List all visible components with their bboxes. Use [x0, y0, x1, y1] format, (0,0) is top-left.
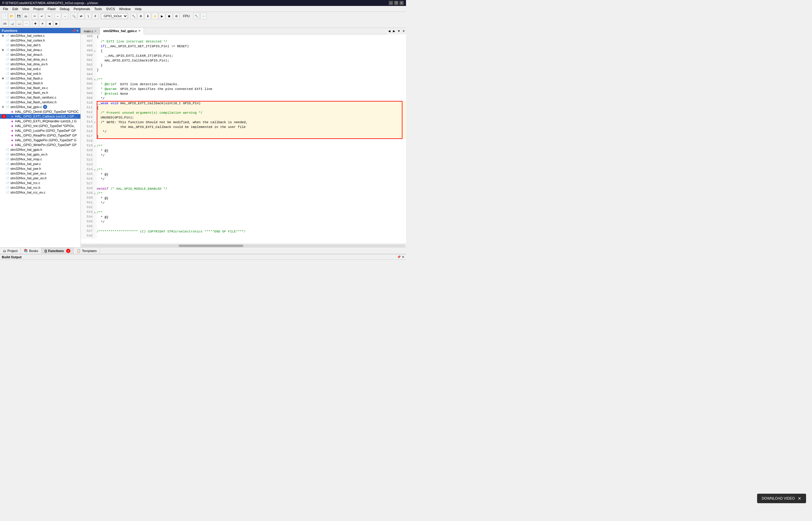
- tab-main-c-close[interactable]: ✕: [94, 30, 97, 33]
- code-content-523[interactable]: [97, 163, 406, 167]
- code-content-516[interactable]: */: [97, 130, 406, 134]
- tb-stop[interactable]: ⏹: [166, 13, 172, 19]
- tb-find[interactable]: 🔍: [71, 13, 77, 19]
- tb-cmd[interactable]: #: [92, 13, 98, 19]
- code-content-515[interactable]: the HAL_GPIO_EXTI_Callback could be impl…: [97, 125, 406, 130]
- code-content-525[interactable]: * @}: [97, 172, 406, 177]
- code-content-501[interactable]: HAL_GPIO_EXTI_Callback(GPIO_Pin);: [97, 58, 406, 63]
- tb-flash[interactable]: ⚡: [152, 13, 158, 19]
- tb-save[interactable]: 💾: [16, 13, 22, 19]
- tree-item-stm32f4xx_hal_def_h[interactable]: 📄 stm32f4xx_hal_def.h: [0, 43, 80, 47]
- menu-debug[interactable]: Debug: [58, 6, 71, 11]
- tree-item-stm32f4xx_hal_dma_h[interactable]: 📄 stm32f4xx_hal_dma.h: [0, 52, 80, 57]
- tb-insert[interactable]: ✚: [32, 20, 39, 27]
- tree-item-stm32f4xx_hal_exti_h[interactable]: 📄 stm32f4xx_hal_exti.h: [0, 71, 80, 76]
- build-dock-btn[interactable]: 📌: [397, 255, 401, 258]
- tree-item-stm32f4xx_hal_flash_ex_c[interactable]: 📄 stm32f4xx_hal_flash_ex.c: [0, 86, 80, 90]
- tree-item-stm32f4xx_hal_dma_c[interactable]: ⊕ 📄 stm32f4xx_hal_dma.c: [0, 47, 80, 52]
- code-content-496[interactable]: {: [97, 35, 406, 39]
- code-content-507[interactable]: * @param GPIO_Pin Specifies the pins con…: [97, 87, 406, 91]
- tb-redo[interactable]: ↪: [46, 13, 52, 19]
- menu-view[interactable]: View: [21, 6, 31, 11]
- restore-btn[interactable]: ❐: [394, 1, 398, 5]
- menu-tools[interactable]: Tools: [93, 6, 104, 11]
- tree-item-stm32f4xx_hal_pwr_h[interactable]: 📄 stm32f4xx_hal_pwr.h: [0, 166, 80, 171]
- code-content-503[interactable]: }: [97, 68, 406, 72]
- tree-item-stm32f4xx_hal_flash_ex_h[interactable]: 📄 stm32f4xx_hal_flash_ex.h: [0, 90, 80, 95]
- bottom-tab-functions[interactable]: {} Functions 1: [42, 248, 74, 254]
- tree-item-HAL_GPIO_LockPin[interactable]: ◆ HAL_GPIO_LockPin (GPIO_TypeDef* GP: [0, 128, 80, 133]
- tb-delete[interactable]: ✕: [39, 20, 46, 27]
- tb-prev[interactable]: ◀: [46, 20, 53, 27]
- code-content-512[interactable]: /* Prevent unused argument(s) compilatio…: [97, 110, 406, 115]
- code-content-529[interactable]: /**: [97, 191, 406, 196]
- code-content-518[interactable]: [97, 139, 406, 144]
- tab-scroll-left[interactable]: ◀: [387, 28, 392, 35]
- tree-item-stm32f4xx_hal_rcc_ex_c[interactable]: 📄 stm32f4xx_hal_rcc_ex.c: [0, 190, 80, 195]
- tree-item-stm32f4xx_hal_flash_c[interactable]: ⊕ 📄 stm32f4xx_hal_flash.c: [0, 76, 80, 81]
- scrollbar-track[interactable]: [81, 245, 405, 247]
- tree-item-HAL_GPIO_EXTI_Callback[interactable]: 3 ◆ HAL_GPIO_EXTI_Callback (uint16_t GPI…: [0, 114, 80, 119]
- code-content-522[interactable]: [97, 158, 406, 163]
- tab-stm32f4xx-gpio-c[interactable]: stm32f4xx_hal_gpio.c ✕: [100, 28, 144, 35]
- code-content-504[interactable]: [97, 72, 406, 77]
- scrollbar-thumb[interactable]: [179, 245, 243, 247]
- code-area[interactable]: 496{497 /* EXTI line interrupt detected …: [81, 35, 406, 244]
- code-content-537[interactable]: /******************** (C) COPYRIGHT STMi…: [97, 229, 406, 234]
- tree-item-stm32f4xx_hal_exti_c[interactable]: 📄 stm32f4xx_hal_exti.c: [0, 67, 80, 71]
- tree-item-HAL_GPIO_WritePin[interactable]: ◆ HAL_GPIO_WritePin (GPIO_TypeDef* GP: [0, 142, 80, 147]
- build-close-btn[interactable]: ✕: [402, 255, 404, 258]
- code-content-519[interactable]: /**: [97, 144, 406, 149]
- tree-item-stm32f4xx_hal_flash_h[interactable]: 📄 stm32f4xx_hal_flash.h: [0, 81, 80, 86]
- code-content-521[interactable]: */: [97, 153, 406, 158]
- code-content-502[interactable]: }: [97, 63, 406, 68]
- fold-col-505[interactable]: ⊖: [93, 77, 97, 82]
- tree-item-HAL_GPIO_TogglePin[interactable]: ◆ HAL_GPIO_TogglePin (GPIO_TypeDef* G: [0, 138, 80, 142]
- code-content-511[interactable]: {: [97, 106, 406, 110]
- tree-item-stm32f4xx_hal_gpio_ex_h[interactable]: 📄 stm32f4xx_hal_gpio_ex.h: [0, 152, 80, 157]
- tree-item-stm32f4xx_hal_pwr_ex_c[interactable]: 📄 stm32f4xx_hal_pwr_ex.c: [0, 171, 80, 176]
- code-content-506[interactable]: * @brief EXTI line detection callbacks.: [97, 82, 406, 87]
- panel-dock-btn[interactable]: 📌: [72, 29, 76, 32]
- tb-forward[interactable]: →: [62, 13, 68, 19]
- tree-item-stm32f4xx_hal_cortex_h[interactable]: 📄 stm32f4xx_hal_cortex.h: [0, 38, 80, 43]
- tb-more[interactable]: ⋯: [200, 13, 207, 19]
- tree-item-stm32f4xx_hal_pwr_ex_h[interactable]: 📄 stm32f4xx_hal_pwr_ex.h: [0, 176, 80, 181]
- tree-item-stm32f4xx_hal_gpio_h[interactable]: 📄 stm32f4xx_hal_gpio.h: [0, 147, 80, 152]
- tab-main-c[interactable]: main.c ✕: [81, 28, 100, 35]
- menu-svcs[interactable]: SVCS: [104, 6, 117, 11]
- fold-col-514[interactable]: ⊖: [93, 120, 97, 125]
- tree-item-stm32f4xx_hal_pwr_c[interactable]: 📄 stm32f4xx_hal_pwr.c: [0, 161, 80, 166]
- tb-cut[interactable]: ✂: [31, 13, 38, 19]
- tree-item-stm32f4xx_hal_cortex_c[interactable]: ⊕ 📄 stm32f4xx_hal_cortex.c: [0, 33, 80, 38]
- tab-list-btn[interactable]: ▼: [396, 28, 401, 35]
- tb-save-all[interactable]: 🗂: [23, 13, 29, 19]
- tree-area[interactable]: ⊕ 📄 stm32f4xx_hal_cortex.c 📄 stm32f4xx_h…: [0, 33, 80, 247]
- fold-col-524[interactable]: ⊖: [93, 167, 97, 172]
- tb-proj-window[interactable]: 🗃: [2, 20, 8, 27]
- bottom-tab-books[interactable]: 📚 Books: [21, 248, 42, 254]
- target-select[interactable]: GPIO_InOut: [101, 13, 128, 19]
- fold-col-519[interactable]: ⊖: [93, 144, 97, 149]
- menu-help[interactable]: Help: [133, 6, 143, 11]
- tb-settings[interactable]: ⚙: [173, 13, 180, 19]
- code-content-508[interactable]: * @retval None: [97, 91, 406, 96]
- tb-more2[interactable]: ⋯: [23, 20, 30, 27]
- tree-item-stm32f4xx_hal_dma_ex_c[interactable]: 📄 stm32f4xx_hal_dma_ex.c: [0, 57, 80, 62]
- tree-item-stm32f4xx_hal_rcc_c[interactable]: 📄 stm32f4xx_hal_rcc.c: [0, 181, 80, 185]
- menu-file[interactable]: File: [1, 6, 10, 11]
- tb-undo[interactable]: ↩: [39, 13, 45, 19]
- tree-item-stm32f4xx_hal_dma_ex_h[interactable]: 📄 stm32f4xx_hal_dma_ex.h: [0, 62, 80, 67]
- bottom-tab-templates[interactable]: 📋 Templates: [74, 248, 100, 254]
- code-content-526[interactable]: */: [97, 177, 406, 182]
- tree-item-HAL_GPIO_EXTI_IRQHandler[interactable]: ◆ HAL_GPIO_EXTI_IRQHandler (uint16_t G: [0, 119, 80, 123]
- tb-open[interactable]: 📂: [8, 13, 15, 19]
- code-content-536[interactable]: [97, 224, 406, 229]
- code-content-534[interactable]: * @}: [97, 215, 406, 220]
- code-content-514[interactable]: /* NOTE: This function Should not be mod…: [97, 120, 406, 125]
- minimize-btn[interactable]: ─: [389, 1, 393, 5]
- tb-rebuild[interactable]: ⚙: [137, 13, 144, 19]
- code-content-532[interactable]: [97, 205, 406, 210]
- tab-stm32f4xx-gpio-c-close[interactable]: ✕: [138, 29, 141, 32]
- panel-close-btn[interactable]: ✕: [76, 29, 79, 32]
